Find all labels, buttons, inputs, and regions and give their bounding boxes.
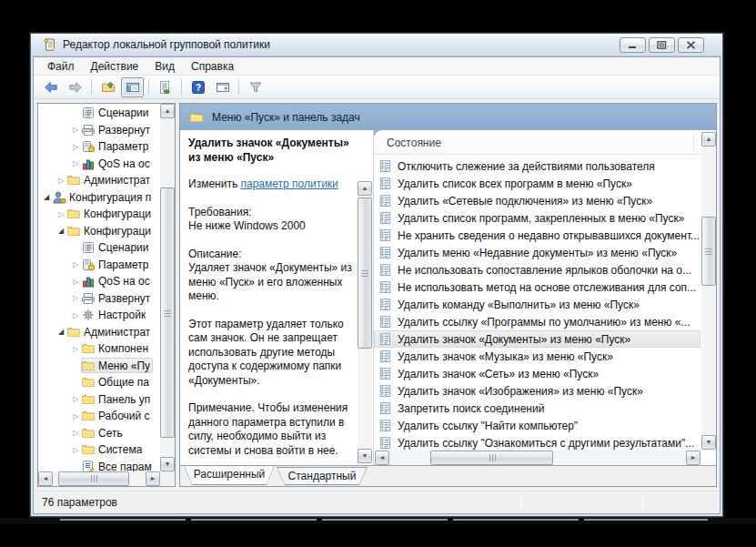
tree-item[interactable]: ▷Администрат bbox=[38, 172, 160, 189]
description-scrollbar-thumb[interactable] bbox=[358, 198, 372, 349]
tree-item[interactable]: Меню «Пу bbox=[38, 358, 160, 375]
policy-row[interactable]: Удалить команду «Выполнить» из меню «Пус… bbox=[374, 296, 701, 313]
tree-item[interactable]: ▷Параметр bbox=[38, 257, 160, 274]
tree-item[interactable]: ▷Параметр bbox=[38, 138, 160, 156]
policy-row[interactable]: Удалить значок «Музыка» из меню «Пуск» bbox=[374, 348, 701, 365]
policy-row[interactable]: Не хранить сведения о недавно открывавши… bbox=[374, 227, 701, 244]
export-list-button[interactable] bbox=[154, 77, 176, 97]
maximize-button[interactable] bbox=[649, 37, 675, 53]
policy-description: Удалить значок «Документы» из меню «Пуск… bbox=[188, 137, 356, 461]
scroll-up-icon[interactable]: ▲ bbox=[358, 181, 372, 196]
expander-icon[interactable]: ◢ bbox=[55, 227, 66, 235]
description-vertical-scrollbar[interactable]: ▲ ▼ bbox=[358, 181, 372, 463]
tree-item[interactable]: ▷Система bbox=[38, 441, 160, 459]
expander-icon[interactable]: ▷ bbox=[55, 210, 66, 218]
tree-item-body: Панель уп bbox=[81, 391, 153, 407]
policy-setting-link[interactable]: параметр политики bbox=[240, 177, 338, 190]
tree-item[interactable]: ▷QoS на ос bbox=[38, 156, 160, 173]
list-scrollbar-thumb-h[interactable] bbox=[430, 451, 553, 465]
expander-icon[interactable]: ▷ bbox=[70, 278, 81, 286]
scroll-down-icon[interactable]: ▼ bbox=[160, 457, 175, 471]
show-console-tree-button[interactable] bbox=[121, 77, 144, 97]
show-action-pane-button[interactable] bbox=[211, 77, 234, 97]
tree-item[interactable]: ◢Администрат bbox=[38, 324, 160, 341]
policy-row[interactable]: Удалить ссылку "Найти компьютер" bbox=[374, 417, 701, 434]
close-button[interactable] bbox=[678, 37, 704, 53]
tree-vertical-scrollbar[interactable]: ▲ ▼ bbox=[160, 104, 175, 471]
policy-row[interactable]: Удалить список программ, закрепленных в … bbox=[374, 209, 701, 227]
expander-icon[interactable]: ▷ bbox=[70, 143, 81, 151]
policy-row[interactable]: Не использовать сопоставление ярлыков об… bbox=[374, 261, 701, 279]
tree-item[interactable]: ▷Настройк bbox=[38, 307, 160, 324]
expander-icon[interactable]: ▷ bbox=[70, 294, 81, 302]
scroll-left-icon[interactable]: ◄ bbox=[375, 451, 389, 465]
up-one-level-button[interactable] bbox=[96, 77, 119, 97]
menu-item[interactable]: Файл bbox=[39, 58, 83, 75]
tree-item[interactable]: ◢Конфигурация п bbox=[38, 189, 160, 207]
tab-standard[interactable]: Стандартный bbox=[277, 467, 368, 485]
list-vertical-scrollbar[interactable]: ▲ ▼ bbox=[701, 132, 716, 450]
tree-item[interactable]: ▷Сеть bbox=[38, 425, 160, 442]
filter-button[interactable] bbox=[244, 77, 267, 97]
scroll-down-icon[interactable]: ▼ bbox=[358, 449, 372, 463]
tree-item[interactable]: Все парам bbox=[38, 459, 160, 472]
column-header-state[interactable]: Состояние bbox=[374, 132, 701, 155]
scroll-right-icon[interactable]: ► bbox=[146, 471, 160, 486]
minimize-button[interactable] bbox=[620, 37, 646, 53]
title-bar[interactable]: Редактор локальной групповой политики bbox=[31, 34, 722, 56]
scroll-up-icon[interactable]: ▲ bbox=[701, 132, 716, 147]
expander-icon[interactable]: ▷ bbox=[55, 177, 66, 185]
policy-row[interactable]: Запретить поиск соединений bbox=[374, 400, 701, 417]
menu-item[interactable]: Вид bbox=[146, 58, 183, 75]
expander-icon[interactable]: ▷ bbox=[70, 395, 81, 403]
expander-icon[interactable]: ▷ bbox=[70, 126, 81, 134]
menu-item[interactable]: Действие bbox=[83, 58, 147, 75]
list-horizontal-scrollbar[interactable]: ◄ ► bbox=[375, 451, 701, 465]
tree-item[interactable]: ▷Компонен bbox=[38, 340, 160, 358]
help-button[interactable]: ? bbox=[186, 77, 209, 97]
policy-row[interactable]: Удалить значок «Изображения» из меню «Пу… bbox=[374, 382, 701, 400]
forward-button[interactable] bbox=[64, 77, 86, 97]
scroll-down-icon[interactable]: ▼ bbox=[701, 435, 716, 450]
policy-row[interactable]: Удалить меню «Недавние документы» из мен… bbox=[374, 244, 701, 261]
tree-item[interactable]: ▷QoS на ос bbox=[38, 273, 160, 290]
expander-icon[interactable]: ▷ bbox=[70, 260, 81, 268]
policy-row[interactable]: Удалить список всех программ в меню «Пус… bbox=[374, 175, 701, 192]
tree-horizontal-scrollbar[interactable]: ◄ ► bbox=[38, 471, 160, 486]
tree-scrollbar-thumb-h[interactable] bbox=[58, 471, 129, 486]
scroll-up-icon[interactable]: ▲ bbox=[160, 104, 175, 118]
policy-row[interactable]: Удалить значок «Сеть» из меню «Пуск» bbox=[374, 365, 701, 382]
back-button[interactable] bbox=[39, 77, 62, 97]
policy-row[interactable]: Удалить ссылку "Ознакомиться с другими р… bbox=[374, 434, 701, 451]
policy-row[interactable]: Отключить слежение за действиями пользов… bbox=[374, 157, 701, 175]
tree-item[interactable]: Сценарии bbox=[38, 105, 160, 122]
tree-item[interactable]: ▷Развернут bbox=[38, 290, 160, 308]
expander-icon[interactable]: ▷ bbox=[70, 159, 81, 167]
policy-row[interactable]: Удалить значок «Документы» из меню «Пуск… bbox=[374, 330, 701, 348]
tree-item[interactable]: ◢Конфигураци bbox=[38, 223, 160, 240]
tree-item[interactable]: ▷Рабочий с bbox=[38, 408, 160, 425]
tree-item[interactable]: ▷Панель уп bbox=[38, 391, 160, 409]
scroll-right-icon[interactable]: ► bbox=[686, 451, 701, 465]
expander-icon[interactable]: ◢ bbox=[55, 328, 66, 336]
policy-row[interactable]: Удалить «Сетевые подключения» из меню «П… bbox=[374, 192, 701, 209]
tab-extended[interactable]: Расширенный bbox=[184, 465, 275, 485]
tree-item[interactable]: ▷Развернут bbox=[38, 122, 160, 139]
scroll-left-icon[interactable]: ◄ bbox=[38, 471, 53, 486]
expander-icon[interactable]: ▷ bbox=[70, 345, 81, 353]
tree-item-body: Развернут bbox=[81, 290, 153, 306]
expander-icon[interactable]: ▷ bbox=[70, 412, 81, 420]
list-scrollbar-thumb[interactable] bbox=[701, 217, 716, 286]
tree-scrollbar-thumb[interactable] bbox=[160, 187, 175, 438]
expander-icon[interactable]: ▷ bbox=[70, 429, 81, 437]
policy-row[interactable]: Удалить ссылку «Программы по умолчанию» … bbox=[374, 313, 701, 330]
tree-item[interactable]: Общие па bbox=[38, 374, 160, 391]
menu-item[interactable]: Справка bbox=[183, 58, 242, 75]
column-divider[interactable] bbox=[693, 134, 694, 152]
expander-icon[interactable]: ▷ bbox=[70, 446, 81, 454]
expander-icon[interactable]: ▷ bbox=[70, 311, 81, 319]
policy-row[interactable]: Не использовать метод на основе отслежив… bbox=[374, 279, 701, 296]
expander-icon[interactable]: ◢ bbox=[41, 193, 52, 201]
tree-item[interactable]: Сценарии bbox=[38, 239, 160, 257]
tree-item[interactable]: ▷Конфигураци bbox=[38, 206, 160, 223]
